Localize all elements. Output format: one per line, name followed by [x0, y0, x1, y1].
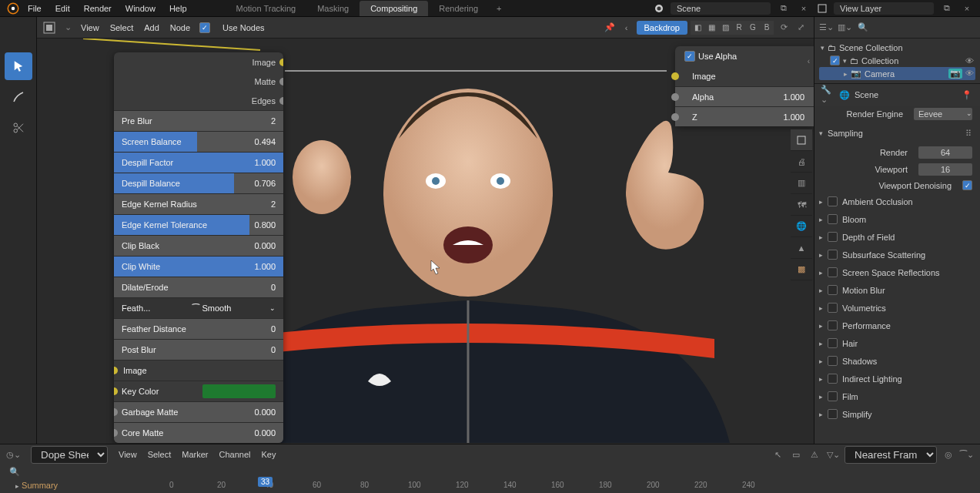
prop-post-blur[interactable]: Post Blur0 [114, 339, 283, 360]
output-tab[interactable]: 🖨 [791, 151, 812, 173]
channel-combined-icon[interactable]: ◧ [691, 21, 704, 35]
prop-despill-factor[interactable]: Despill Factor1.000 [114, 152, 283, 173]
z-input[interactable]: Z1.000 [675, 106, 814, 126]
alpha-input[interactable]: Alpha1.000 [675, 86, 814, 106]
texture-tab[interactable]: ▩ [791, 259, 812, 280]
menu-file[interactable]: File [28, 4, 42, 13]
summary-row[interactable]: ▸ Summary [0, 479, 73, 493]
channel-alpha-icon[interactable]: ▨ [718, 21, 732, 35]
socket-in-keycolor[interactable]: Key Color [114, 381, 283, 401]
panel-motion-blur[interactable]: ▸ Motion Blur [814, 281, 980, 299]
camera-data-icon[interactable]: 📷 [948, 69, 962, 79]
socket-out-matte-dot[interactable] [279, 78, 283, 86]
node-menu-select[interactable]: Select [110, 23, 134, 32]
warning-icon[interactable]: ⚠ [808, 448, 821, 461]
feather-falloff-select[interactable]: Feath... ⁀ Smooth ⌄ [114, 297, 283, 318]
socket-out-edges-dot[interactable] [279, 97, 283, 105]
dope-editor-icon[interactable]: ◷⌄ [6, 448, 20, 461]
outliner-tree[interactable]: ▾🗀 Scene Collection ✓▾🗀 Collection👁 ▸📷 C… [814, 39, 980, 83]
use-nodes-checkbox[interactable]: ✓ [199, 22, 210, 33]
add-workspace-button[interactable]: + [489, 1, 509, 16]
prop-pre-blur[interactable]: Pre Blur2 [114, 110, 283, 131]
properties-editor-icon[interactable]: 🔧⌄ [821, 88, 835, 102]
socket-in-comp-image[interactable]: Image [675, 66, 814, 86]
pin-icon[interactable]: 📌 [603, 21, 617, 35]
select-tool[interactable] [5, 52, 32, 80]
channel-b-button[interactable]: B [760, 21, 774, 35]
backdrop-toggle[interactable]: Backdrop [637, 21, 687, 35]
viewlayer-browse-icon[interactable]: ⧉ [940, 2, 954, 15]
outliner-search-icon[interactable]: 🔍 [856, 21, 870, 35]
selection-icon[interactable]: ▭ [789, 448, 803, 461]
viewlayer-icon[interactable] [817, 3, 828, 14]
dope-mode-select[interactable]: Dope Sheet [31, 446, 108, 464]
object-tab[interactable]: ▲ [791, 237, 812, 259]
viewport-denoise[interactable]: Viewport Denoising✓ [814, 178, 980, 193]
viewlayer-selector[interactable]: View Layer [834, 2, 934, 15]
pin-icon[interactable]: 📍 [960, 88, 974, 102]
menu-edit[interactable]: Edit [55, 4, 70, 13]
outliner-scene-collection[interactable]: ▾🗀 Scene Collection [819, 42, 975, 54]
node-editor-area[interactable]: Image Matte Edges Pre Blur2Screen Balanc… [37, 39, 814, 444]
prop-garbage-matte[interactable]: Garbage Matte0.000 [114, 401, 283, 422]
workspace-masking[interactable]: Masking [306, 1, 360, 16]
world-tab[interactable]: 🌐 [791, 216, 812, 237]
keycolor-swatch[interactable] [202, 384, 276, 398]
scene-browse-icon[interactable]: ⧉ [777, 2, 791, 15]
curve-icon[interactable]: ⁀⌄ [960, 448, 974, 461]
node-menu-view[interactable]: View [81, 23, 99, 32]
panel-volumetrics[interactable]: ▸ Volumetrics [814, 299, 980, 317]
channel-r-button[interactable]: R [732, 21, 746, 35]
node-menu-add[interactable]: Add [144, 23, 159, 32]
node-menu-node[interactable]: Node [170, 23, 190, 32]
proportional-icon[interactable]: ◎ [942, 448, 955, 461]
chevron-left-icon[interactable]: ‹ [620, 21, 634, 35]
prop-despill-balance[interactable]: Despill Balance0.706 [114, 173, 283, 193]
panel-subsurface-scattering[interactable]: ▸ Subsurface Scattering [814, 246, 980, 263]
prop-dilate-erode[interactable]: Dilate/Erode0 [114, 277, 283, 297]
render-samples[interactable]: Render64 [814, 144, 980, 161]
dope-menu-view[interactable]: View [119, 450, 137, 459]
annotate-tool[interactable] [5, 83, 32, 111]
viewport-samples[interactable]: Viewport16 [814, 161, 980, 178]
workspace-compositing[interactable]: Compositing [360, 1, 428, 16]
outliner-editor-icon[interactable]: ☰⌄ [819, 21, 833, 35]
scene-close-icon[interactable]: × [797, 2, 811, 15]
sidebar-toggle-icon[interactable]: ‹ [808, 57, 810, 65]
dope-menu-channel[interactable]: Channel [219, 450, 250, 459]
panel-bloom[interactable]: ▸ Bloom [814, 210, 980, 228]
use-alpha-row[interactable]: ✓Use Alpha [675, 46, 814, 66]
scene-type-icon[interactable] [654, 3, 664, 14]
viewlayer-close-icon[interactable]: × [960, 2, 974, 15]
snap-select[interactable]: Nearest Frame [845, 446, 937, 464]
panel-simplify[interactable]: ▸ Simplify [814, 405, 980, 423]
workspace-motion-tracking[interactable]: Motion Tracking [226, 1, 307, 16]
prop-clip-white[interactable]: Clip White1.000 [114, 256, 283, 277]
panel-ambient-occlusion[interactable]: ▸ Ambient Occlusion [814, 193, 980, 210]
eye-icon[interactable]: 👁 [965, 56, 974, 65]
panel-hair[interactable]: ▸ Hair [814, 334, 980, 352]
dope-menu-key[interactable]: Key [261, 450, 276, 459]
panel-indirect-lighting[interactable]: ▸ Indirect Lighting [814, 370, 980, 387]
editor-type-icon[interactable] [43, 22, 55, 34]
eye-icon[interactable]: 👁 [965, 69, 974, 79]
menu-window[interactable]: Window [125, 4, 156, 13]
channel-g-button[interactable]: G [746, 21, 760, 35]
dope-menu-select[interactable]: Select [148, 450, 172, 459]
prop-core-matte[interactable]: Core Matte0.000 [114, 422, 283, 443]
outliner-collection[interactable]: ✓▾🗀 Collection👁 [819, 54, 975, 67]
playhead[interactable]: 33 [258, 477, 273, 487]
menu-render[interactable]: Render [84, 4, 112, 13]
channel-color-icon[interactable]: ▦ [704, 21, 718, 35]
socket-in-image[interactable]: Image [114, 360, 283, 381]
refresh-icon[interactable]: ⟳ [777, 21, 791, 35]
composite-node[interactable]: ✓Use Alpha Image Alpha1.000 Z1.000 [675, 46, 814, 126]
prop-feather-distance[interactable]: Feather Distance0 [114, 318, 283, 339]
scene-tab[interactable]: 🗺 [791, 194, 812, 216]
scene-pin-icon[interactable]: 🌐 [839, 90, 850, 100]
prop-edge-kernel-tolerance[interactable]: Edge Kernel Tolerance0.800 [114, 214, 283, 235]
panel-depth-of-field[interactable]: ▸ Depth of Field [814, 228, 980, 246]
panel-film[interactable]: ▸ Film [814, 387, 980, 405]
prop-clip-black[interactable]: Clip Black0.000 [114, 235, 283, 256]
links-cut-tool[interactable] [5, 114, 32, 142]
